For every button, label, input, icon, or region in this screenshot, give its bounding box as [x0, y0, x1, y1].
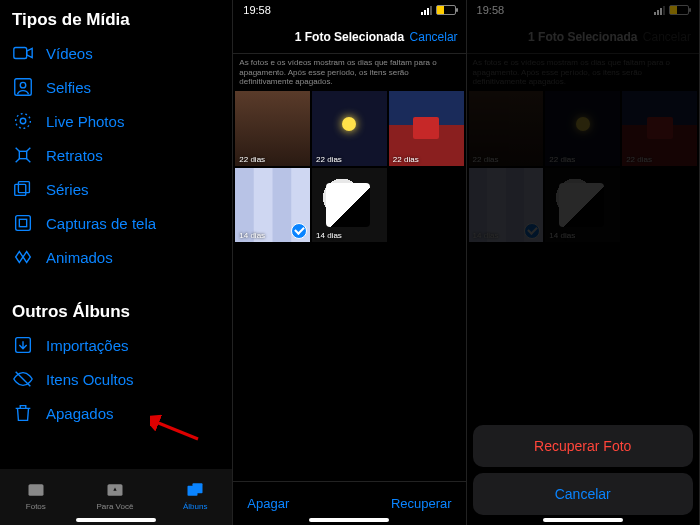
svg-rect-8 [16, 216, 31, 231]
svg-rect-9 [19, 219, 26, 226]
home-indicator[interactable] [76, 518, 156, 522]
days-remaining: 22 dias [393, 155, 419, 164]
cancel-button[interactable]: Cancelar [410, 30, 458, 44]
screen-deleted-select: 19:58 1 Foto Selecionada Cancelar As fot… [233, 0, 466, 525]
nav-title: 1 Foto Selecionada [295, 30, 404, 44]
row-label: Séries [46, 181, 89, 198]
status-bar: 19:58 [233, 0, 465, 20]
screen-deleted-action-sheet: 19:58 1 Foto Selecionada Cancelar As fot… [467, 0, 700, 525]
selfie-icon [12, 76, 34, 98]
burst-icon [12, 178, 34, 200]
import-icon [12, 334, 34, 356]
row-label: Retratos [46, 147, 103, 164]
row-label: Apagados [46, 405, 114, 422]
photo-thumb[interactable]: 14 dias [312, 168, 387, 243]
row-live-photos[interactable]: Live Photos [0, 104, 232, 138]
home-indicator[interactable] [309, 518, 389, 522]
row-label: Selfies [46, 79, 91, 96]
svg-rect-15 [193, 483, 203, 493]
screenshot-icon [12, 212, 34, 234]
home-indicator[interactable] [543, 518, 623, 522]
row-animated[interactable]: Animados [0, 240, 232, 274]
svg-rect-12 [28, 484, 43, 496]
photo-thumb[interactable]: 22 dias [389, 91, 464, 166]
photo-thumb[interactable]: 22 dias [235, 91, 310, 166]
row-label: Vídeos [46, 45, 93, 62]
row-hidden[interactable]: Itens Ocultos [0, 362, 232, 396]
tab-photos[interactable]: Fotos [25, 480, 47, 511]
row-bursts[interactable]: Séries [0, 172, 232, 206]
sheet-cancel-button[interactable]: Cancelar [473, 473, 693, 515]
svg-point-2 [20, 82, 26, 88]
recover-button[interactable]: Recuperar [391, 496, 452, 511]
tab-for-you[interactable]: Para Você [96, 480, 133, 511]
nav-header: 1 Foto Selecionada Cancelar [233, 20, 465, 54]
trash-icon [12, 402, 34, 424]
hidden-icon [12, 368, 34, 390]
tab-label: Fotos [26, 502, 46, 511]
sheet-recover-photo-button[interactable]: Recuperar Foto [473, 425, 693, 467]
livephoto-icon [12, 110, 34, 132]
svg-point-3 [20, 118, 26, 124]
media-types-list: Vídeos Selfies Live Photos Retratos Séri… [0, 36, 232, 274]
row-screenshots[interactable]: Capturas de tela [0, 206, 232, 240]
days-remaining: 22 dias [239, 155, 265, 164]
screen-albums: Tipos de Mídia Vídeos Selfies Live Photo… [0, 0, 233, 525]
row-label: Importações [46, 337, 129, 354]
svg-rect-6 [15, 184, 26, 195]
svg-rect-1 [15, 79, 32, 96]
selected-check-icon [291, 223, 307, 239]
row-portraits[interactable]: Retratos [0, 138, 232, 172]
portrait-icon [12, 144, 34, 166]
section-title-media: Tipos de Mídia [0, 0, 232, 36]
tab-albums[interactable]: Álbuns [183, 480, 207, 511]
animated-icon [12, 246, 34, 268]
row-label: Itens Ocultos [46, 371, 134, 388]
days-remaining: 14 dias [316, 231, 342, 240]
svg-rect-0 [14, 48, 27, 59]
tab-bar: Fotos Para Você Álbuns [0, 469, 232, 525]
row-selfies[interactable]: Selfies [0, 70, 232, 104]
row-imports[interactable]: Importações [0, 328, 232, 362]
tab-label: Para Você [96, 502, 133, 511]
info-text: As fotos e os vídeos mostram os dias que… [233, 54, 465, 91]
photo-thumb-selected[interactable]: 14 dias [235, 168, 310, 243]
signal-icon [421, 6, 432, 15]
svg-rect-7 [18, 182, 29, 193]
days-remaining: 22 dias [316, 155, 342, 164]
row-label: Animados [46, 249, 113, 266]
photo-thumb[interactable]: 22 dias [312, 91, 387, 166]
days-remaining: 14 dias [239, 231, 265, 240]
row-videos[interactable]: Vídeos [0, 36, 232, 70]
status-time: 19:58 [243, 4, 271, 16]
tab-label: Álbuns [183, 502, 207, 511]
svg-rect-5 [19, 151, 26, 158]
row-recently-deleted[interactable]: Apagados [0, 396, 232, 430]
battery-icon [436, 5, 456, 15]
section-title-other: Outros Álbuns [0, 292, 232, 328]
action-sheet: Recuperar Foto Cancelar [473, 425, 693, 515]
row-label: Capturas de tela [46, 215, 156, 232]
other-albums-list: Importações Itens Ocultos Apagados [0, 328, 232, 430]
row-label: Live Photos [46, 113, 124, 130]
svg-point-4 [16, 114, 31, 129]
delete-button[interactable]: Apagar [247, 496, 289, 511]
video-icon [12, 42, 34, 64]
deleted-photos-grid: 22 dias 22 dias 22 dias 14 dias 14 dias [233, 91, 465, 243]
